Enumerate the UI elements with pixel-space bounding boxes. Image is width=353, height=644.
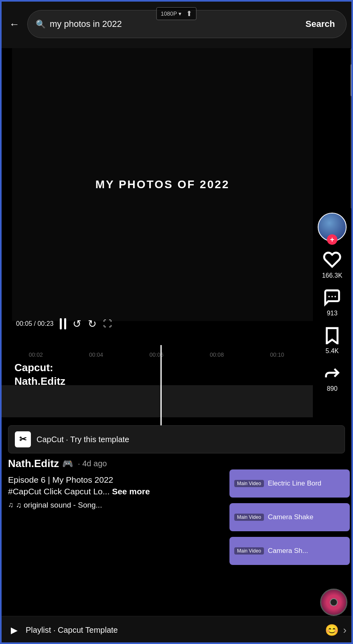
caption-line1: Episode 6 | My Photos 2022 — [8, 475, 113, 484]
time-display: 00:05 / 00:23 — [16, 320, 53, 327]
username: Nath.Editz — [8, 457, 59, 470]
marker-5: 00:10 — [247, 351, 307, 358]
marker-4: 00:08 — [187, 351, 247, 358]
comment-count: 913 — [327, 310, 338, 317]
bottom-bar: ▶ Playlist · Capcut Template 😊 › — [0, 616, 353, 644]
like-count: 166.3K — [322, 272, 343, 279]
rewind-icon[interactable]: ↺ — [73, 318, 81, 330]
capcut-title-line2: Nath.Editz — [14, 375, 65, 388]
template-label-2: Camera Shake — [268, 513, 345, 521]
avatar-wrap[interactable]: + — [318, 213, 347, 242]
template-item-2[interactable]: Main Video Camera Shake — [229, 503, 350, 531]
heart-icon — [321, 249, 343, 270]
sound-text: ♫ original sound - Song... — [16, 501, 102, 510]
svg-point-2 — [335, 296, 336, 297]
quality-badge[interactable]: 1080P ▾ ⬆ — [156, 7, 197, 20]
bookmark-icon — [321, 324, 343, 346]
search-icon: 🔍 — [36, 19, 46, 29]
template-badge-1: Main Video — [234, 480, 264, 487]
chevron-right-icon[interactable]: › — [343, 624, 347, 636]
playlist-text: Playlist · Capcut Template — [26, 626, 321, 635]
chevron-down-icon: ▾ — [179, 10, 181, 17]
capcut-text-overlay: Capcut: Nath.Editz — [14, 361, 65, 388]
video-area[interactable]: MY PHOTOS OF 2022 — [12, 48, 313, 321]
bookmark-count: 5.4K — [326, 347, 339, 355]
comment-icon — [321, 286, 343, 308]
share-button[interactable]: 890 — [321, 362, 343, 392]
verified-badge: 🎮 — [62, 459, 73, 469]
disc-center — [330, 598, 338, 606]
back-button[interactable]: ← — [6, 16, 22, 32]
video-controls: 00:05 / 00:23 ↺ ↻ ⛶ — [12, 314, 313, 334]
timeline-markers: 00:02 00:04 00:06 00:08 00:10 — [0, 349, 313, 360]
comment-button[interactable]: 913 — [321, 286, 343, 317]
search-input[interactable] — [50, 19, 298, 29]
music-note-icon: ♫ — [8, 501, 14, 509]
search-button[interactable]: Search — [302, 19, 338, 29]
play-pause-button[interactable] — [60, 318, 66, 329]
right-sidebar: + 166.3K 913 5.4K — [314, 213, 350, 392]
svg-point-0 — [328, 296, 330, 297]
template-item-1[interactable]: Main Video Electric Line Bord — [229, 469, 350, 498]
template-panel: Main Video Electric Line Bord Main Video… — [229, 441, 350, 568]
scrollbar[interactable] — [351, 48, 353, 209]
music-disc[interactable] — [320, 589, 347, 616]
share-icon — [321, 362, 343, 384]
see-more-button[interactable]: See more — [112, 487, 150, 496]
time-ago: · 4d ago — [78, 459, 107, 468]
marker-1: 00:02 — [6, 351, 66, 358]
follow-button[interactable]: + — [327, 234, 337, 245]
template-label-1: Electric Line Bord — [268, 479, 345, 488]
upload-icon: ⬆ — [186, 9, 192, 18]
capcut-title-line1: Capcut: — [14, 361, 65, 375]
scroll-thumb — [351, 64, 353, 96]
playlist-icon: ▶ — [6, 623, 22, 638]
capcut-banner-text: CapCut · Try this template — [37, 435, 129, 444]
playhead-line — [160, 345, 162, 433]
template-label-3: Camera Sh... — [268, 547, 345, 555]
svg-point-1 — [331, 296, 333, 297]
template-badge-2: Main Video — [234, 514, 264, 521]
forward-icon[interactable]: ↻ — [88, 318, 97, 330]
caption-line2: #CapCut Click Capcut Lo... — [8, 487, 110, 496]
marker-2: 00:04 — [66, 351, 126, 358]
share-count: 890 — [327, 385, 338, 392]
emoji-button[interactable]: 😊 — [325, 624, 339, 637]
fullscreen-icon[interactable]: ⛶ — [103, 319, 112, 329]
capcut-logo: ✂ — [15, 431, 31, 447]
video-title: MY PHOTOS OF 2022 — [95, 178, 230, 191]
quality-label: 1080P — [161, 10, 177, 17]
bookmark-button[interactable]: 5.4K — [321, 324, 343, 355]
template-badge-3: Main Video — [234, 547, 264, 555]
video-strip — [0, 385, 313, 417]
template-item-3[interactable]: Main Video Camera Sh... — [229, 537, 350, 565]
like-button[interactable]: 166.3K — [321, 249, 343, 279]
marker-3: 00:06 — [126, 351, 187, 358]
play-icon: ▶ — [11, 625, 18, 636]
